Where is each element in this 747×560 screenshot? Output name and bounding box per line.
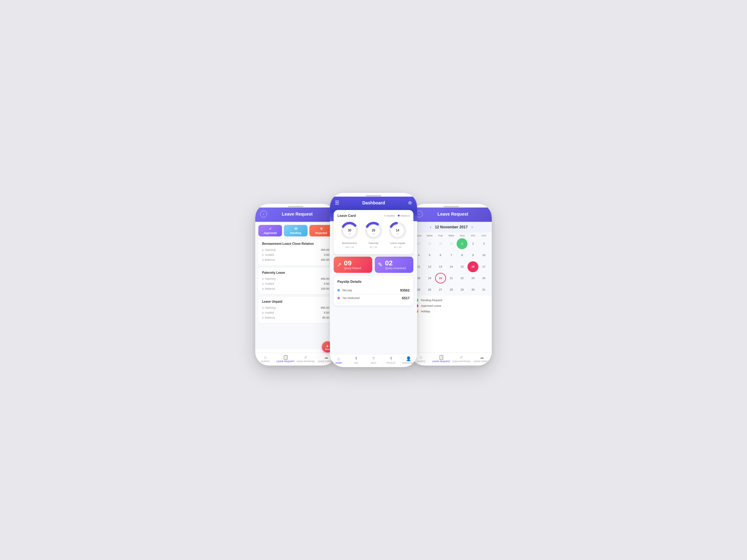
legend-balance: Balance	[398, 214, 410, 217]
cal-week-5: 25 26 27 28 29 30 31	[413, 284, 489, 295]
leave-card: Leave Card Availed Balance 30 %	[334, 210, 413, 254]
cal-cell-approved[interactable]: 16	[467, 261, 479, 272]
value-opening-3: 865.00	[320, 306, 329, 309]
leave-section-bereavement: Bereavement Leave Close Relation Opening…	[258, 239, 333, 265]
phone-bar-line-3	[443, 206, 459, 207]
query-answered-card[interactable]: ✎ 02 Query Answered	[375, 257, 413, 273]
leave-row: Balance 200.00	[262, 257, 329, 262]
tax-dot	[337, 297, 340, 299]
cal-cell[interactable]: 29	[424, 238, 435, 249]
leave-request-icon: 📋	[283, 355, 288, 359]
filter-rejected[interactable]: ✕ Rejected	[309, 225, 333, 236]
menu-icon[interactable]: ☰	[335, 200, 339, 206]
donut-label-3: Leave unpaid	[390, 242, 405, 244]
cal-month: 12 November 2017	[435, 225, 467, 229]
p1-title: Leave Request	[270, 212, 324, 216]
dot	[262, 254, 264, 256]
cal-cell[interactable]: 17	[479, 261, 489, 272]
cal-prev-arrow[interactable]: ‹	[430, 225, 431, 229]
value-balance-1: 200.00	[320, 258, 329, 261]
value-opening-2: 465.00	[320, 277, 329, 280]
cal-cell[interactable]: 24	[479, 273, 489, 284]
cal-cell[interactable]: 6	[435, 250, 446, 261]
legend-holiday: Holiday	[415, 310, 487, 313]
cal-cell[interactable]: 5	[424, 250, 435, 261]
cal-cell[interactable]: 8	[457, 250, 467, 261]
nav-payslip[interactable]: ₹ PAYSLIP	[382, 356, 400, 364]
cal-cell[interactable]: 23	[467, 273, 479, 284]
query-row: ↗ 09 Query Raised ✎ 02 Query Answered	[334, 257, 413, 273]
donut-sub-3: 60 | 30	[394, 246, 401, 248]
value-balance-3: 80.00	[322, 316, 329, 319]
help-icon: ?	[372, 356, 375, 361]
cal-cell-today[interactable]: 1	[457, 238, 467, 249]
svg-text:%: %	[372, 233, 375, 235]
label-balance-2: Balance	[262, 287, 275, 290]
cal-cell[interactable]: 21	[446, 273, 457, 284]
donut-label-2: Paternity	[368, 242, 379, 244]
cal-cell[interactable]: 20	[435, 273, 446, 284]
cal-cell[interactable]: 26	[424, 284, 435, 295]
cal-cell[interactable]: 19	[424, 273, 435, 284]
cal-week-1: 28 29 30 31 1 2 3	[413, 238, 489, 249]
value-availed-3: 5.50	[324, 311, 329, 314]
label-availed-1: Availed	[262, 253, 274, 256]
nav-employee[interactable]: 👤 EMPLOYEE	[400, 356, 417, 364]
cal-cell[interactable]: 7	[446, 250, 457, 261]
cal-cell[interactable]: 14	[446, 261, 457, 272]
cal-cell[interactable]: 31	[479, 284, 489, 295]
nav-home[interactable]: ⌂ HOME	[330, 356, 347, 364]
cal-next-arrow[interactable]: ›	[471, 225, 473, 229]
nav-leave-approval-3[interactable]: ✓ LEAVE APPROVAL	[451, 355, 471, 363]
home-icon: ⌂	[264, 355, 266, 359]
cal-cell[interactable]: 9	[467, 250, 479, 261]
dot	[262, 312, 264, 314]
payslip-tax-row: Tax Deducted 6517	[337, 294, 410, 302]
filter-pending[interactable]: ✉ Pending	[284, 225, 308, 236]
cal-cell[interactable]: 3	[479, 238, 489, 249]
leave-card-header: Leave Card Availed Balance	[337, 214, 410, 217]
nav-leave-request[interactable]: 📋 LEAVE REQUEST	[276, 355, 296, 363]
day-wed: WED	[446, 234, 457, 237]
cal-cell[interactable]: 28	[446, 284, 457, 295]
nav-leave-request-3[interactable]: 📋 LEAVE REQUEST	[431, 355, 451, 363]
cal-cell[interactable]: 22	[457, 273, 467, 284]
fab-label: New	[325, 348, 330, 350]
cal-cell[interactable]: 15	[457, 261, 467, 272]
cal-week-3: 11 12 13 14 15 16 17	[413, 261, 489, 272]
nav-approval-3-label: LEAVE APPROVAL	[452, 360, 471, 363]
p1-back-button[interactable]: ‹	[260, 211, 267, 217]
donut-percent-2: 26	[371, 229, 376, 232]
cal-cell[interactable]: 30	[467, 284, 479, 295]
dot	[262, 259, 264, 261]
donut-percent-3: 14	[396, 229, 400, 232]
cal-cell[interactable]: 10	[479, 250, 489, 261]
gear-icon[interactable]: ⚙	[408, 201, 412, 205]
cal-cell[interactable]: 13	[435, 261, 446, 272]
query-raised-card[interactable]: ↗ 09 Query Raised	[334, 257, 372, 273]
nav-leave-approval[interactable]: ✓ LEAVE APPROVAL	[296, 355, 316, 363]
cal-cell[interactable]: 29	[457, 284, 467, 295]
donut-sub-1: 100 | 30	[345, 246, 354, 248]
nav-help[interactable]: ? HELP	[365, 356, 382, 364]
employee-icon: 👤	[406, 356, 411, 361]
filter-approved[interactable]: ✓ Approved	[258, 225, 282, 236]
cal-cell[interactable]: 31	[446, 238, 457, 249]
nav-alerts[interactable]: ⌂ ALERTS	[255, 355, 276, 363]
cal-cell[interactable]: 12	[424, 261, 435, 272]
pending-icon: ✉	[294, 227, 297, 231]
cal-cell[interactable]: 30	[435, 238, 446, 249]
nav-forecast-3[interactable]: ☁ LEAVE FORECA	[471, 355, 492, 363]
cal-week-2: 4 5 6 7 8 9 10	[413, 250, 489, 261]
nav-leave-approval-label: LEAVE APPROVAL	[296, 360, 315, 363]
p1-nav: ⌂ ALERTS 📋 LEAVE REQUEST ✓ LEAVE APPROVA…	[255, 352, 336, 366]
leave-row: Balance 100.00	[262, 286, 329, 291]
net-dot	[337, 289, 340, 292]
nav-tax[interactable]: ₹ TAX	[347, 356, 365, 364]
approved-icon: ✓	[269, 227, 272, 231]
cal-cell[interactable]: 2	[467, 238, 479, 249]
cal-cell[interactable]: 27	[435, 284, 446, 295]
legend: Availed Balance	[384, 214, 410, 217]
section-title-paternity: Paternity Leave	[262, 271, 329, 274]
legend-pending: Pending Request	[415, 299, 487, 302]
